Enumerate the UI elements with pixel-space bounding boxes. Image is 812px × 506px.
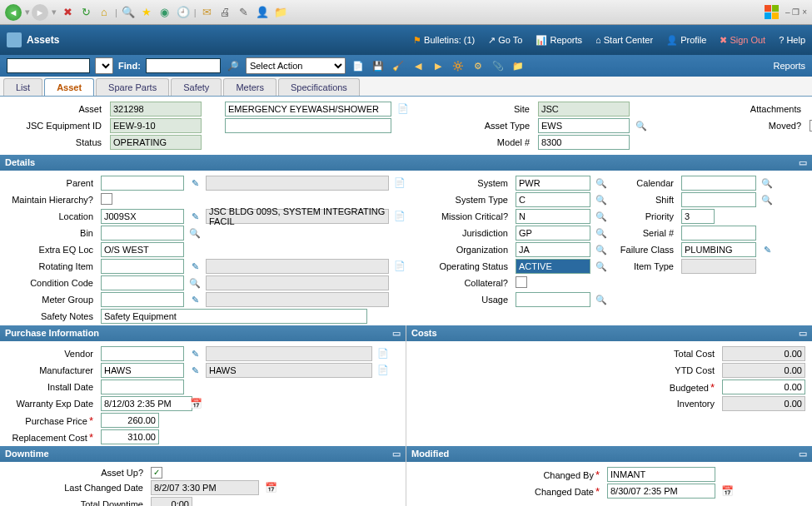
profile-link[interactable]: 👤 Profile [666,35,706,46]
startcenter-link[interactable]: ⌂ Start Center [595,35,653,46]
priority-field[interactable]: 3 [681,209,715,224]
collateral-checkbox[interactable] [516,276,527,288]
history-icon[interactable]: 🕘 [176,5,191,20]
lookup-icon[interactable]: 🔍 [595,227,607,239]
folder-icon[interactable]: 📁 [273,5,288,20]
opstatus-field[interactable]: ACTIVE [516,259,590,274]
bin-field[interactable] [101,226,184,241]
longdesc-icon[interactable]: 📄 [394,260,406,272]
lookup-icon[interactable]: 🔍 [635,120,647,131]
stop-icon[interactable]: ✖ [60,5,75,20]
longdesc-icon[interactable]: 📄 [397,103,409,115]
lookup-icon[interactable]: ✎ [189,365,201,376]
assetup-checkbox[interactable]: ✓ [151,467,162,479]
extraloc-field[interactable]: O/S WEST [101,242,184,257]
window-controls[interactable]: – ❐ × [785,7,807,17]
quick-search-input[interactable] [7,58,90,73]
goto-link[interactable]: ↗ Go To [488,35,522,46]
install-field[interactable] [101,380,184,394]
mfr-field[interactable]: HAWS [101,363,184,378]
media-icon[interactable]: ◉ [157,5,172,20]
lookup-icon[interactable]: ✎ [189,211,201,222]
dropdown-icon[interactable]: ▾ [52,7,57,17]
calendar-icon[interactable]: 📅 [190,398,203,409]
lookup-icon[interactable]: ✎ [189,260,201,272]
folder-icon[interactable]: 📁 [511,58,526,73]
lookup-icon[interactable]: 🔍 [595,260,607,272]
location-field[interactable]: J009SX [101,209,184,224]
save-icon[interactable]: 💾 [371,58,386,73]
favorites-icon[interactable]: ★ [139,5,154,20]
rotating-field[interactable] [101,259,184,274]
calendar-field[interactable] [681,176,756,191]
system-field[interactable]: PWR [516,176,590,191]
longdesc-icon[interactable]: 📄 [394,211,406,222]
safety-field[interactable]: Safety Equipment [101,309,367,324]
dropdown-icon[interactable]: ▾ [25,7,30,17]
meter-field[interactable] [101,292,184,307]
assettype-field[interactable]: EWS [538,118,630,133]
tab-list[interactable]: List [3,78,42,96]
select-action[interactable]: Select Action [246,57,346,74]
collapse-icon[interactable]: ▭ [799,449,807,459]
mail-icon[interactable]: ✉ [200,5,215,20]
home-icon[interactable]: ⌂ [97,5,112,20]
find-input[interactable] [146,58,221,73]
clear-icon[interactable]: 🧹 [391,58,406,73]
lookup-icon[interactable]: 🔍 [595,294,607,305]
lookup-icon[interactable]: 🔍 [595,177,607,189]
longdesc-icon[interactable]: 📄 [377,348,389,360]
changedby-field[interactable]: INMANT [607,467,715,482]
lookup-icon[interactable]: 🔍 [189,227,201,239]
price-field[interactable]: 260.00 [101,413,159,428]
jurisdiction-field[interactable]: GP [516,226,590,241]
signout-link[interactable]: ✖ Sign Out [720,35,765,46]
calendar-icon[interactable]: 📅 [265,482,286,494]
systype-field[interactable]: C [516,192,590,207]
replace-field[interactable]: 310.00 [101,429,159,444]
new-icon[interactable]: 📄 [351,58,366,73]
collapse-icon[interactable]: ▭ [392,328,401,339]
refresh-icon[interactable]: ↻ [78,5,93,20]
longdesc-icon[interactable]: 📄 [377,365,389,376]
search-icon[interactable]: 🔍 [121,5,136,20]
reports-link[interactable]: 📊 Reports [536,35,582,46]
messenger-icon[interactable]: 👤 [255,5,270,20]
lookup-icon[interactable]: ✎ [189,294,201,305]
org-field[interactable]: JA [516,242,590,257]
lookup-icon[interactable]: 🔍 [189,277,201,289]
failure-field[interactable]: PLUMBING [681,242,756,257]
status-icon[interactable]: 🔆 [451,58,466,73]
collapse-icon[interactable]: ▭ [799,328,807,339]
help-link[interactable]: ? Help [779,35,805,46]
lookup-icon[interactable]: 🔍 [595,194,607,206]
longdesc-icon[interactable]: 📄 [394,177,406,189]
tab-specifications[interactable]: Specifications [278,78,360,96]
quick-search-dd[interactable] [95,57,113,74]
lookup-icon[interactable]: 🔍 [761,194,773,206]
lookup-icon[interactable]: ✎ [761,244,773,255]
forward-button[interactable]: ► [32,4,48,21]
cond-field[interactable] [101,275,184,290]
parent-field[interactable] [101,176,184,191]
calendar-icon[interactable]: 📅 [721,485,743,497]
tab-safety[interactable]: Safety [171,78,222,96]
lookup-icon[interactable]: 🔍 [595,211,607,222]
vendor-field[interactable] [101,346,184,361]
maintain-checkbox[interactable] [101,193,112,205]
model-field[interactable]: 8300 [538,135,630,150]
collapse-icon[interactable]: ▭ [392,449,401,459]
lookup-icon[interactable]: 🔍 [595,244,607,255]
asset-desc-field[interactable]: EMERGENCY EYEWASH/SHOWER [225,102,391,117]
tab-asset[interactable]: Asset [44,78,94,96]
print-icon[interactable]: 🖨 [218,5,233,20]
asset-desc2-field[interactable] [225,118,391,133]
changeddate-field[interactable]: 8/30/07 2:35 PM [607,484,715,499]
lookup-icon[interactable]: 🔍 [761,177,773,189]
lookup-icon[interactable]: ✎ [189,348,201,360]
edit-icon[interactable]: ✎ [237,5,252,20]
warranty-field[interactable]: 8/12/03 2:35 PM [101,396,192,411]
bulletins-link[interactable]: ⚑ Bulletins: (1) [413,35,475,46]
prev-icon[interactable]: ◀ [411,58,426,73]
asset-field[interactable]: 321298 [110,102,202,117]
